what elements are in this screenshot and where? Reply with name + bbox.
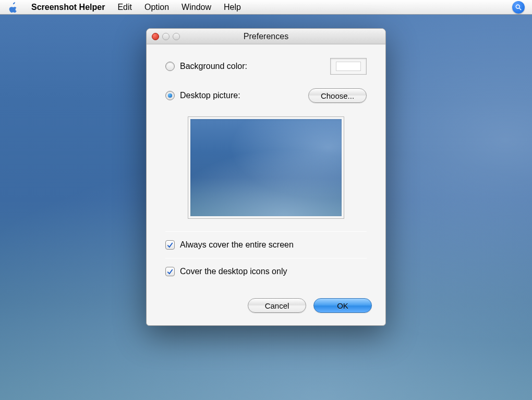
desktop-picture-label: Desktop picture:: [180, 91, 240, 100]
svg-line-1: [519, 8, 522, 10]
desktop-background: Preferences Background color: Desktop pi…: [0, 15, 532, 400]
apple-menu-icon[interactable]: [7, 2, 19, 13]
choose-button[interactable]: Choose...: [308, 88, 367, 103]
menubar-item-edit[interactable]: Edit: [117, 3, 132, 12]
preferences-window: Preferences Background color: Desktop pi…: [146, 28, 386, 326]
choose-button-label: Choose...: [321, 91, 354, 100]
background-color-radio[interactable]: [165, 62, 175, 71]
cancel-button[interactable]: Cancel: [248, 298, 306, 313]
background-color-well[interactable]: [330, 58, 367, 75]
window-title: Preferences: [147, 32, 385, 41]
background-color-label: Background color:: [180, 62, 247, 71]
spotlight-icon[interactable]: [512, 1, 525, 14]
menubar-item-window[interactable]: Window: [182, 3, 211, 12]
cover-icons-checkbox[interactable]: [165, 267, 175, 276]
color-swatch: [336, 62, 361, 71]
cover-icons-label: Cover the desktop icons only: [180, 267, 287, 276]
menubar: Screenshot Helper Edit Option Window Hel…: [0, 0, 532, 15]
desktop-picture-preview: [188, 116, 344, 219]
ok-button-label: OK: [337, 301, 348, 310]
ok-button[interactable]: OK: [313, 298, 372, 313]
cancel-button-label: Cancel: [265, 301, 289, 310]
always-cover-label: Always cover the entire screen: [180, 240, 294, 250]
menubar-item-help[interactable]: Help: [224, 3, 241, 12]
menubar-item-option[interactable]: Option: [144, 3, 169, 12]
window-titlebar[interactable]: Preferences: [147, 29, 385, 44]
always-cover-checkbox[interactable]: [165, 240, 175, 250]
svg-point-0: [516, 5, 519, 8]
desktop-picture-radio[interactable]: [165, 91, 175, 100]
menubar-app-name[interactable]: Screenshot Helper: [31, 3, 105, 12]
